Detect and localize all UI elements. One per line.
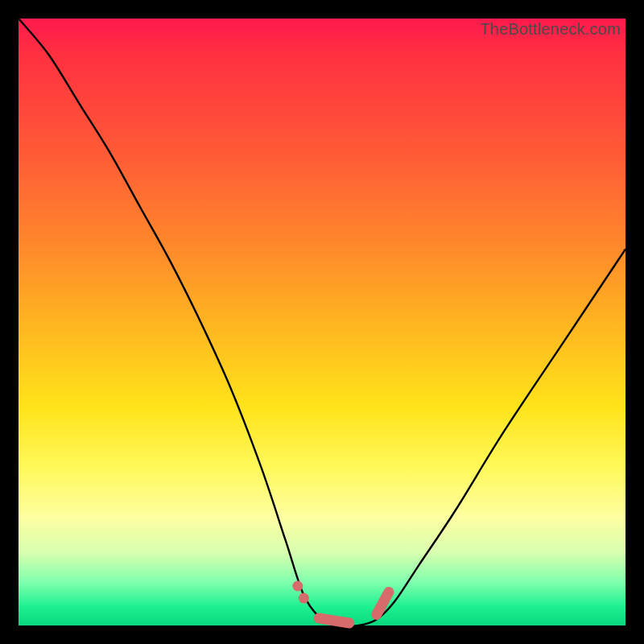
chart-frame: TheBottleneck.com (0, 0, 644, 644)
marker-dot (292, 580, 303, 591)
curve-path (19, 19, 625, 626)
bottleneck-curve (19, 19, 625, 625)
optimal-range-markers (292, 580, 389, 622)
plot-area: TheBottleneck.com (19, 19, 625, 625)
marker-pill (319, 618, 349, 623)
marker-dot (299, 593, 309, 604)
